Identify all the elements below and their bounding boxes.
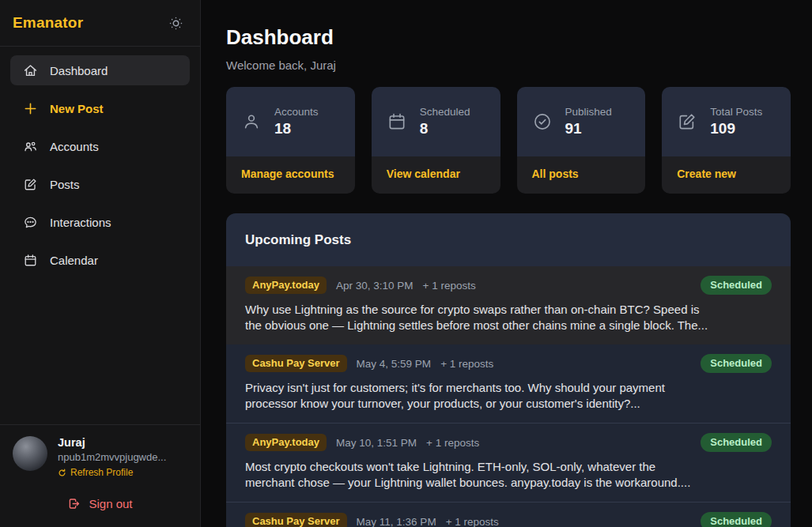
sidebar-footer: Juraj npub1m2mvvpjugwde... Refresh Profi… xyxy=(0,424,200,527)
post-content: merchant chose — your Lightning wallet b… xyxy=(245,475,772,491)
avatar[interactable] xyxy=(13,436,47,471)
stats-grid: Accounts 18 Manage accounts Scheduled 8 xyxy=(226,87,791,194)
stat-value: 8 xyxy=(420,120,470,137)
refresh-profile-link[interactable]: Refresh Profile xyxy=(58,467,166,478)
chat-bubble-icon xyxy=(23,215,38,230)
post-datetime: May 10, 1:51 PM xyxy=(336,437,417,449)
account-badge[interactable]: Cashu Pay Server xyxy=(245,355,347,372)
sidebar-item-dashboard[interactable]: Dashboard xyxy=(10,55,190,85)
stat-card-published: Published 91 All posts xyxy=(517,87,646,194)
sidebar-item-posts[interactable]: Posts xyxy=(10,169,190,199)
theme-toggle-button[interactable] xyxy=(164,12,187,34)
account-badge[interactable]: AnyPay.today xyxy=(245,434,327,451)
page-title: Dashboard xyxy=(226,25,791,50)
post-row[interactable]: AnyPay.today May 10, 1:51 PM + 1 reposts… xyxy=(226,423,791,502)
users-icon xyxy=(23,139,38,154)
manage-accounts-link[interactable]: Manage accounts xyxy=(241,168,334,180)
profile-card: Juraj npub1m2mvvpjugwde... Refresh Profi… xyxy=(13,436,187,478)
post-datetime: Apr 30, 3:10 PM xyxy=(336,280,414,292)
upcoming-posts-panel: Upcoming Posts AnyPay.today Apr 30, 3:10… xyxy=(226,213,791,527)
post-reposts: + 1 reposts xyxy=(426,437,479,449)
app-logo: Emanator xyxy=(13,14,83,32)
home-icon xyxy=(23,63,38,78)
view-calendar-link[interactable]: View calendar xyxy=(387,168,460,180)
sidebar-header: Emanator xyxy=(0,0,200,47)
status-badge: Scheduled xyxy=(701,433,772,452)
sidebar-item-new-post[interactable]: New Post xyxy=(10,93,190,123)
logout-icon xyxy=(67,497,81,510)
stat-label: Total Posts xyxy=(710,106,762,118)
sidebar-item-label: New Post xyxy=(50,102,104,115)
stat-value: 18 xyxy=(274,120,319,137)
calendar-icon xyxy=(387,111,407,132)
post-reposts: + 1 reposts xyxy=(440,358,493,370)
user-icon xyxy=(241,111,262,132)
post-row[interactable]: AnyPay.today Apr 30, 3:10 PM + 1 reposts… xyxy=(226,266,791,344)
post-content: Privacy isn't just for customers; it's f… xyxy=(245,380,772,396)
stat-value: 109 xyxy=(710,120,762,137)
profile-npub: npub1m2mvvpjugwde... xyxy=(58,451,166,463)
post-content: Why use Lightning as the source for cryp… xyxy=(245,302,772,318)
post-reposts: + 1 reposts xyxy=(423,280,476,292)
upcoming-posts-title: Upcoming Posts xyxy=(245,232,772,248)
sidebar-item-interactions[interactable]: Interactions xyxy=(10,207,190,237)
edit-icon xyxy=(23,177,38,192)
post-reposts: + 1 reposts xyxy=(446,516,499,527)
sidebar-item-calendar[interactable]: Calendar xyxy=(10,245,190,275)
sidebar-item-accounts[interactable]: Accounts xyxy=(10,131,190,161)
post-row[interactable]: Cashu Pay Server May 11, 1:36 PM + 1 rep… xyxy=(226,502,791,527)
account-badge[interactable]: Cashu Pay Server xyxy=(245,513,347,527)
sidebar-item-label: Dashboard xyxy=(50,64,108,77)
status-badge: Scheduled xyxy=(701,276,772,295)
refresh-profile-label: Refresh Profile xyxy=(70,467,133,478)
sign-out-button[interactable]: Sign out xyxy=(13,497,187,510)
stat-card-total-posts: Total Posts 109 Create new xyxy=(662,87,791,194)
post-content: Most crypto checkouts won't take Lightni… xyxy=(245,459,772,475)
stat-label: Published xyxy=(565,106,612,118)
status-badge: Scheduled xyxy=(701,354,772,373)
sidebar: Emanator Dashboard xyxy=(0,0,201,527)
stat-value: 91 xyxy=(565,120,612,137)
calendar-icon xyxy=(23,253,38,268)
post-datetime: May 4, 5:59 PM xyxy=(357,358,432,370)
page-subtitle: Welcome back, Juraj xyxy=(226,58,791,72)
plus-icon xyxy=(23,101,38,116)
sidebar-item-label: Posts xyxy=(50,178,80,191)
stat-label: Scheduled xyxy=(420,106,470,118)
sign-out-label: Sign out xyxy=(89,497,132,510)
sidebar-item-label: Calendar xyxy=(50,254,98,267)
stat-card-scheduled: Scheduled 8 View calendar xyxy=(372,87,500,194)
status-badge: Scheduled xyxy=(701,512,772,527)
post-datetime: May 11, 1:36 PM xyxy=(357,516,436,527)
stat-card-accounts: Accounts 18 Manage accounts xyxy=(226,87,355,194)
sun-icon xyxy=(168,16,183,31)
sidebar-item-label: Interactions xyxy=(50,216,111,229)
post-row[interactable]: Cashu Pay Server May 4, 5:59 PM + 1 repo… xyxy=(226,344,791,423)
refresh-icon xyxy=(58,469,66,477)
post-content: processor know your turnover, your produ… xyxy=(245,396,772,412)
main-content: Dashboard Welcome back, Juraj Accounts 1… xyxy=(201,0,812,527)
all-posts-link[interactable]: All posts xyxy=(532,168,579,180)
sidebar-item-label: Accounts xyxy=(50,140,99,153)
check-circle-icon xyxy=(532,111,553,132)
create-new-link[interactable]: Create new xyxy=(677,168,736,180)
post-content: the obvious one — Lightning settles befo… xyxy=(245,318,772,333)
edit-icon xyxy=(677,111,697,132)
stat-label: Accounts xyxy=(274,106,319,118)
profile-name: Juraj xyxy=(58,436,166,449)
account-badge[interactable]: AnyPay.today xyxy=(245,277,327,294)
sidebar-nav: Dashboard New Post Accounts xyxy=(0,47,200,284)
